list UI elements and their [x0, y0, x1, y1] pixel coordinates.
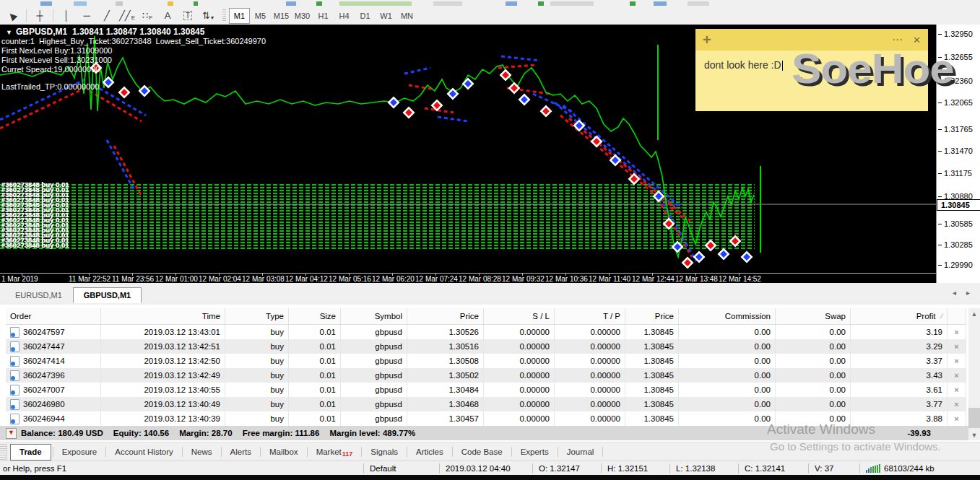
- trade-table-body: 3602475972019.03.12 13:43:01buy0.01gbpus…: [6, 325, 966, 426]
- timeframe-m5[interactable]: M5: [250, 8, 271, 24]
- scroll-thumb[interactable]: [968, 408, 980, 428]
- table-row[interactable]: 3602473962019.03.12 13:42:49buy0.01gbpus…: [6, 368, 966, 383]
- terminal-tab-articles[interactable]: Articles: [409, 445, 451, 459]
- column-header-sl[interactable]: S / L: [484, 308, 555, 324]
- table-row[interactable]: 3602470072019.03.12 13:40:55buy0.01gbpus…: [6, 383, 966, 397]
- close-order-icon[interactable]: ×: [948, 383, 966, 397]
- column-header-type[interactable]: Type: [225, 308, 289, 324]
- time-tick: [652, 274, 653, 276]
- close-order-icon[interactable]: ×: [948, 411, 966, 426]
- status-profile[interactable]: Default: [363, 463, 439, 474]
- terminal-tab-journal[interactable]: Journal: [560, 445, 602, 459]
- terminal-tab-experts[interactable]: Experts: [513, 445, 556, 459]
- table-row[interactable]: 3602469802019.03.12 13:40:49buy0.01gbpus…: [6, 397, 966, 411]
- scroll-down-icon[interactable]: ▼: [968, 429, 980, 440]
- arrows-dropdown-icon: ⇅: [202, 10, 210, 21]
- cell-symbol: gbpusd: [341, 383, 407, 397]
- signal-marker: [610, 154, 622, 167]
- chart-tab-eurusd-m1[interactable]: EURUSD,M1: [4, 287, 73, 303]
- time-tick: [349, 274, 350, 276]
- tab-scroll-left-icon[interactable]: ◂: [953, 289, 956, 297]
- horizontal-line-button[interactable]: ─: [77, 7, 96, 24]
- terminal-tab-code-base[interactable]: Code Base: [454, 445, 510, 459]
- column-header-commission[interactable]: Commission: [679, 308, 776, 324]
- terminal-tab-market[interactable]: Market117: [309, 445, 360, 459]
- text-label-button[interactable]: T: [178, 7, 197, 24]
- screen-edge-strip: [0, 475, 980, 480]
- column-header-swap[interactable]: Swap: [776, 308, 851, 324]
- cell-type: buy: [225, 325, 289, 339]
- timeframe-m15[interactable]: M15: [271, 8, 292, 24]
- column-header-size[interactable]: Size: [289, 308, 341, 324]
- close-order-icon[interactable]: ×: [948, 368, 966, 383]
- chart-tab-gbpusd-m1[interactable]: GBPUSD,M1: [73, 287, 142, 303]
- arrows-dropdown-button[interactable]: ⇅▾: [199, 7, 217, 24]
- column-header-time[interactable]: Time: [101, 308, 225, 324]
- timeframe-w1[interactable]: W1: [376, 8, 396, 24]
- crosshair-button[interactable]: ┼: [30, 7, 49, 24]
- note-add-icon[interactable]: +: [703, 32, 711, 48]
- time-axis[interactable]: 1 Mar 201911 Mar 22:5211 Mar 23:5612 Mar…: [0, 273, 936, 284]
- terminal-tab-news[interactable]: News: [184, 445, 220, 459]
- chart-tab-bar: EURUSD,M1GBPUSD,M1 ◂ ▸: [0, 283, 980, 305]
- column-header-price[interactable]: Price: [407, 308, 484, 324]
- cell-price2: 1.30845: [625, 368, 679, 383]
- close-order-icon[interactable]: ×: [948, 397, 966, 411]
- status-bar: or Help, press F1 Default2019.03.12 04:4…: [0, 461, 980, 476]
- table-row[interactable]: 3602475972019.03.12 13:43:01buy0.01gbpus…: [6, 325, 966, 339]
- fibonacci-button[interactable]: ∷F: [138, 7, 157, 24]
- close-order-icon[interactable]: ×: [948, 325, 966, 339]
- terminal-tab-exposure[interactable]: Exposure: [55, 445, 105, 459]
- terminal-tab-account-history[interactable]: Account History: [108, 445, 181, 459]
- terminal-scrollbar[interactable]: ▲ ▼: [968, 308, 980, 440]
- note-close-icon[interactable]: ✕: [913, 35, 921, 45]
- close-order-icon[interactable]: ×: [948, 339, 966, 354]
- timeframe-mn[interactable]: MN: [396, 8, 417, 24]
- text-button[interactable]: A: [158, 7, 177, 24]
- signal-marker: [741, 251, 753, 263]
- text-caret: [782, 61, 783, 71]
- terminal-grip[interactable]: [0, 444, 7, 460]
- column-header-symbol[interactable]: Symbol: [341, 308, 407, 324]
- signal-marker: [540, 105, 552, 118]
- column-header-profit[interactable]: Profit∕: [851, 308, 948, 324]
- indicator-segment: [0, 87, 88, 128]
- cell-symbol: gbpusd: [341, 325, 407, 339]
- cell-tp: 0.00000: [555, 397, 625, 411]
- cell-order: 360247007: [6, 383, 101, 397]
- timeframe-m30[interactable]: M30: [292, 8, 313, 24]
- terminal-tab-trade[interactable]: Trade: [10, 444, 51, 461]
- terminal-tab-signals[interactable]: Signals: [363, 445, 405, 459]
- trendline-button[interactable]: ╱: [97, 7, 116, 24]
- cell-price2: 1.30845: [625, 383, 679, 397]
- vertical-line-button[interactable]: │: [57, 7, 76, 24]
- column-header-order[interactable]: Order: [6, 308, 101, 324]
- table-row[interactable]: 3602474472019.03.12 13:42:51buy0.01gbpus…: [6, 339, 966, 354]
- chart-window[interactable]: #360273848 buy 0.01#360273848 buy 0.01#3…: [0, 25, 980, 283]
- pointer-button[interactable]: ◀: [4, 7, 22, 24]
- timeframe-h1[interactable]: H1: [313, 8, 334, 24]
- cell-sl: 0.00000: [484, 339, 555, 354]
- column-header-tp[interactable]: T / P: [555, 308, 625, 324]
- cell-commission: 0.00: [679, 383, 776, 397]
- toolbar-grip[interactable]: [222, 9, 226, 22]
- note-menu-icon[interactable]: ⋯: [892, 33, 903, 46]
- cell-sl: 0.00000: [484, 354, 555, 368]
- cell-profit: 3.61: [851, 383, 948, 397]
- timeframe-m1[interactable]: M1: [229, 8, 250, 24]
- cell-tp: 0.00000: [555, 354, 625, 368]
- timeframe-h4[interactable]: H4: [334, 8, 355, 24]
- scroll-up-icon[interactable]: ▲: [968, 308, 980, 319]
- close-order-icon[interactable]: ×: [948, 354, 966, 368]
- collapse-icon[interactable]: ▼: [6, 29, 12, 36]
- price-value: 1.31470: [944, 147, 973, 155]
- tab-scroll-right-icon[interactable]: ▸: [966, 289, 970, 297]
- timeframe-d1[interactable]: D1: [355, 8, 376, 24]
- equidistant-channel-button[interactable]: ╱╱E: [118, 7, 136, 24]
- horizontal-line-icon: ─: [83, 10, 90, 21]
- order-doc-icon: [10, 327, 19, 338]
- column-header-price[interactable]: Price: [625, 308, 679, 324]
- table-row[interactable]: 3602474142019.03.12 13:42:50buy0.01gbpus…: [6, 354, 966, 368]
- terminal-tab-mailbox[interactable]: Mailbox: [262, 445, 305, 459]
- terminal-tab-alerts[interactable]: Alerts: [223, 445, 259, 459]
